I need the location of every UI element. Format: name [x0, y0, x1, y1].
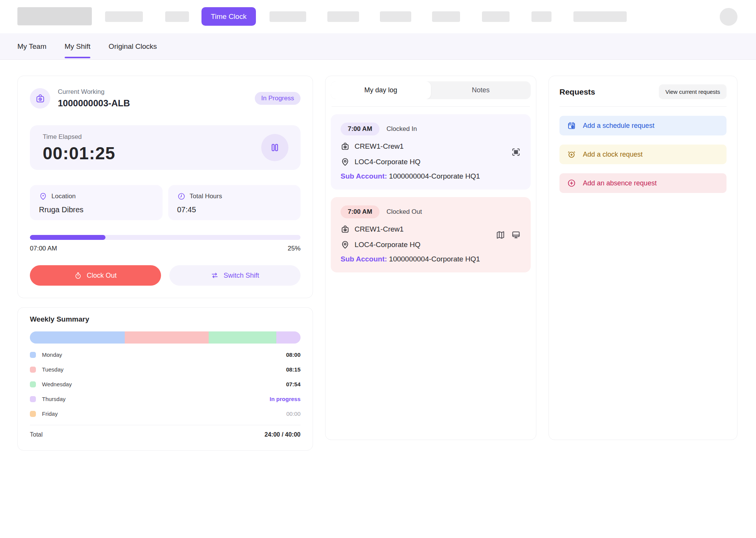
weekly-total-row: Total 24:00 / 40:00	[30, 426, 301, 443]
clock-icon	[177, 192, 186, 201]
legend-chip	[30, 381, 36, 387]
weekly-row-thursday: Thursday In progress	[30, 392, 301, 406]
log-sub-account: Sub Account: 1000000004-Corporate HQ1	[341, 172, 521, 180]
time-elapsed-label: Time Elapsed	[43, 133, 288, 141]
log-crew: CREW1-Crew1	[355, 142, 404, 151]
current-account-number: 1000000003-ALB	[58, 98, 130, 109]
stopwatch-icon	[74, 272, 82, 280]
section-tab-bar: My Team My Shift Original Clocks	[0, 33, 756, 60]
day-log-tab-group: My day log Notes	[331, 81, 531, 99]
tab-my-shift[interactable]: My Shift	[65, 33, 91, 59]
add-schedule-request-button[interactable]: Add a schedule request	[559, 116, 727, 135]
pause-icon	[269, 142, 280, 153]
monitor-icon[interactable]	[511, 230, 521, 240]
divider	[332, 106, 530, 107]
add-absence-request-button[interactable]: Add an absence request	[559, 173, 727, 193]
log-crew: CREW1-Crew1	[355, 225, 404, 233]
shift-progress-fill	[30, 235, 105, 240]
weekly-row-wednesday: Wednesday 07:54	[30, 377, 301, 392]
day-log-column: My day log Notes 7:00 AM Clocked In	[325, 76, 536, 440]
weekly-row-monday: Monday 08:00	[30, 347, 301, 362]
legend-chip	[30, 396, 36, 402]
total-hours-box: Total Hours 07:45	[168, 185, 301, 220]
location-value: Rruga Dibres	[39, 205, 153, 214]
pause-button[interactable]	[261, 134, 288, 161]
legend-chip	[30, 352, 36, 358]
total-hours-label: Total Hours	[190, 193, 222, 200]
briefcase-icon	[30, 88, 50, 109]
current-working-card: Current Working 1000000003-ALB In Progre…	[17, 76, 313, 298]
nav-item-placeholder	[432, 11, 460, 22]
shift-start-time: 07:00 AM	[30, 245, 57, 252]
location-label: Location	[51, 193, 76, 200]
qr-scan-icon[interactable]	[511, 147, 521, 157]
legend-chip	[30, 367, 36, 373]
log-location: LOC4-Corporate HQ	[355, 158, 420, 166]
total-hours-value: 07:45	[177, 205, 292, 214]
log-sub-account: Sub Account: 1000000004-Corporate HQ1	[341, 255, 521, 263]
log-entry-clocked-in: 7:00 AM Clocked In CREW1-Crew1	[331, 114, 531, 190]
tab-my-team[interactable]: My Team	[17, 33, 46, 59]
time-elapsed-value: 00:01:25	[43, 143, 288, 163]
log-time-badge: 7:00 AM	[341, 123, 380, 135]
bar-segment-thursday	[276, 331, 301, 344]
nav-item-placeholder	[482, 11, 510, 22]
log-time-badge: 7:00 AM	[341, 205, 380, 218]
nav-item-placeholder	[270, 11, 306, 22]
requests-title: Requests	[559, 87, 595, 96]
switch-shift-button[interactable]: Switch Shift	[169, 265, 301, 286]
briefcase-icon	[341, 142, 350, 151]
nav-item-placeholder	[531, 11, 552, 22]
nav-item-placeholder	[380, 11, 411, 22]
divider	[30, 425, 301, 425]
current-working-label: Current Working	[58, 88, 130, 96]
log-entry-clocked-out: 7:00 AM Clocked Out CREW1-Crew1	[331, 197, 531, 272]
add-clock-request-button[interactable]: Add a clock request	[559, 145, 727, 164]
shift-progress-bar	[30, 235, 301, 240]
log-location: LOC4-Corporate HQ	[355, 241, 420, 249]
legend-chip	[30, 411, 36, 417]
top-navigation: Time Clock	[0, 0, 756, 33]
weekly-summary-card: Weekly Summary Monday 08:00 Tuesday 08:1…	[17, 307, 313, 451]
time-elapsed-panel: Time Elapsed 00:01:25	[30, 125, 301, 170]
calendar-plus-icon	[567, 121, 576, 130]
map-pin-icon	[39, 192, 47, 201]
main-content: Current Working 1000000003-ALB In Progre…	[0, 60, 756, 451]
location-box: Location Rruga Dibres	[30, 185, 163, 220]
bar-segment-wednesday	[209, 331, 276, 344]
briefcase-icon	[341, 225, 350, 234]
tab-original-clocks[interactable]: Original Clocks	[108, 33, 157, 59]
requests-card: Requests View current requests Add a sch…	[548, 76, 737, 440]
tab-my-day-log[interactable]: My day log	[331, 81, 431, 99]
view-current-requests-button[interactable]: View current requests	[659, 84, 727, 99]
weekly-row-tuesday: Tuesday 08:15	[30, 362, 301, 377]
nav-item-placeholder	[165, 11, 189, 22]
tab-notes[interactable]: Notes	[431, 81, 531, 99]
time-clock-nav-button[interactable]: Time Clock	[201, 7, 256, 26]
current-working-header: Current Working 1000000003-ALB In Progre…	[30, 88, 301, 109]
swap-arrows-icon	[211, 271, 219, 280]
nav-item-placeholder	[573, 11, 627, 22]
log-action: Clocked Out	[387, 208, 422, 216]
logo-placeholder	[17, 7, 92, 25]
circle-plus-icon	[567, 179, 576, 188]
nav-item-placeholder	[105, 11, 143, 22]
nav-item-placeholder	[327, 11, 359, 22]
weekly-summary-stacked-bar	[30, 331, 301, 344]
user-avatar[interactable]	[720, 8, 737, 26]
bar-segment-monday	[30, 331, 125, 344]
map-icon[interactable]	[496, 230, 505, 240]
left-column: Current Working 1000000003-ALB In Progre…	[17, 76, 313, 451]
clock-out-button[interactable]: Clock Out	[30, 265, 161, 286]
bar-segment-tuesday	[125, 331, 209, 344]
alarm-clock-plus-icon	[567, 150, 576, 159]
weekly-row-friday: Friday 00:00	[30, 406, 301, 421]
log-action: Clocked In	[387, 125, 417, 133]
map-pin-icon	[341, 240, 350, 249]
shift-progress-percent: 25%	[288, 245, 301, 252]
day-log-card: My day log Notes 7:00 AM Clocked In	[325, 76, 536, 440]
status-badge: In Progress	[255, 92, 301, 105]
requests-column: Requests View current requests Add a sch…	[548, 76, 737, 440]
weekly-summary-title: Weekly Summary	[30, 315, 301, 323]
divider	[559, 106, 727, 107]
